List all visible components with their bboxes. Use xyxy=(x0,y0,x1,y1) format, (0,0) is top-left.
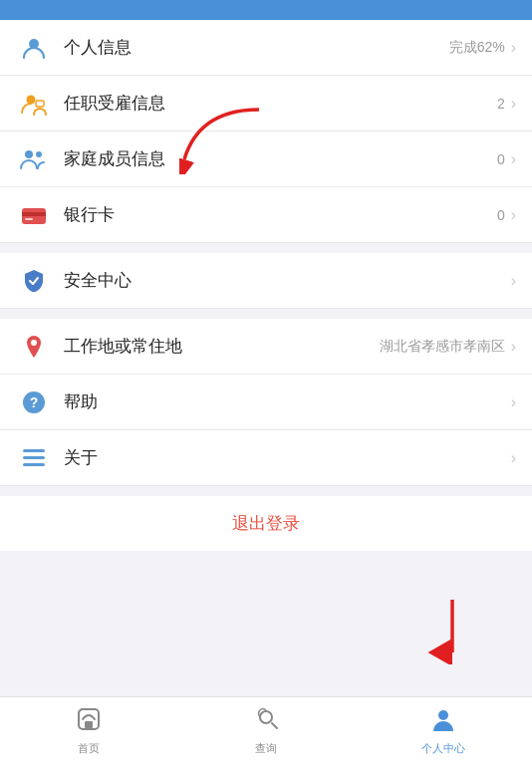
svg-rect-7 xyxy=(22,212,46,216)
section-gap-2 xyxy=(0,309,532,319)
help-label: 帮助 xyxy=(64,390,505,413)
svg-point-19 xyxy=(260,711,272,723)
menu-section-2: 安全中心 › xyxy=(0,253,532,309)
tab-item-home[interactable]: 首页 xyxy=(0,705,177,756)
menu-item-about[interactable]: 关于 › xyxy=(0,430,532,486)
chevron-icon: › xyxy=(511,272,516,290)
svg-rect-13 xyxy=(23,456,45,459)
chevron-icon: › xyxy=(511,39,516,57)
chevron-icon: › xyxy=(511,150,516,168)
svg-rect-18 xyxy=(85,721,93,728)
status-bar xyxy=(0,0,532,20)
section-gap-1 xyxy=(0,243,532,253)
home-icon xyxy=(75,705,103,737)
chevron-icon: › xyxy=(511,95,516,113)
security-icon xyxy=(16,263,52,299)
family-info-value: 0 xyxy=(497,151,505,167)
personal-info-label: 个人信息 xyxy=(64,36,449,59)
svg-point-4 xyxy=(25,150,33,158)
menu-item-employment-info[interactable]: 任职受雇信息 2 › xyxy=(0,76,532,131)
tab-bar: 首页 查询 个人中心 xyxy=(0,696,532,776)
family-icon xyxy=(16,141,52,177)
chevron-icon: › xyxy=(511,206,516,224)
about-icon xyxy=(16,440,52,476)
bank-card-value: 0 xyxy=(497,207,505,223)
home-tab-label: 首页 xyxy=(78,741,100,756)
menu-item-bank-card[interactable]: 银行卡 0 › xyxy=(0,187,532,243)
menu-item-security[interactable]: 安全中心 › xyxy=(0,253,532,309)
location-icon xyxy=(16,329,52,365)
section-gap-3 xyxy=(0,486,532,496)
tab-item-query[interactable]: 查询 xyxy=(177,705,355,756)
svg-rect-3 xyxy=(36,101,44,107)
menu-item-help[interactable]: ? 帮助 › xyxy=(0,375,532,430)
personal-info-value: 完成62% xyxy=(449,39,505,57)
query-icon xyxy=(252,705,280,737)
employment-icon xyxy=(16,86,52,122)
profile-tab-label: 个人中心 xyxy=(421,741,465,756)
svg-point-9 xyxy=(31,340,37,346)
about-label: 关于 xyxy=(64,446,505,469)
family-info-label: 家庭成员信息 xyxy=(64,147,497,170)
profile-icon xyxy=(429,705,457,737)
logout-button[interactable]: 退出登录 xyxy=(232,512,300,535)
chevron-icon: › xyxy=(511,338,516,356)
employment-info-label: 任职受雇信息 xyxy=(64,92,497,115)
menu-item-work-location[interactable]: 工作地或常住地 湖北省孝感市孝南区 › xyxy=(0,319,532,375)
menu-item-family-info[interactable]: 家庭成员信息 0 › xyxy=(0,131,532,187)
svg-rect-8 xyxy=(25,218,33,220)
bank-card-label: 银行卡 xyxy=(64,203,497,226)
person-icon xyxy=(16,30,52,66)
bank-card-icon xyxy=(16,197,52,233)
tab-item-profile[interactable]: 个人中心 xyxy=(355,705,532,756)
help-icon: ? xyxy=(16,385,52,420)
query-tab-label: 查询 xyxy=(255,741,277,756)
employment-info-value: 2 xyxy=(497,96,505,112)
svg-text:?: ? xyxy=(30,394,39,410)
svg-point-20 xyxy=(438,710,448,720)
svg-rect-14 xyxy=(23,463,45,466)
svg-point-5 xyxy=(36,151,42,157)
menu-item-personal-info[interactable]: 个人信息 完成62% › xyxy=(0,20,532,76)
work-location-value: 湖北省孝感市孝南区 xyxy=(380,338,505,356)
menu-section-1: 个人信息 完成62% › 任职受雇信息 2 › 家庭成 xyxy=(0,20,532,243)
menu-section-3: 工作地或常住地 湖北省孝感市孝南区 › ? 帮助 › 关于 › xyxy=(0,319,532,486)
annotation-arrow-2 xyxy=(422,595,482,668)
logout-section: 退出登录 xyxy=(0,496,532,551)
chevron-icon: › xyxy=(511,393,516,411)
work-location-label: 工作地或常住地 xyxy=(64,335,380,358)
svg-rect-12 xyxy=(23,449,45,452)
chevron-icon: › xyxy=(511,449,516,467)
security-label: 安全中心 xyxy=(64,269,505,292)
